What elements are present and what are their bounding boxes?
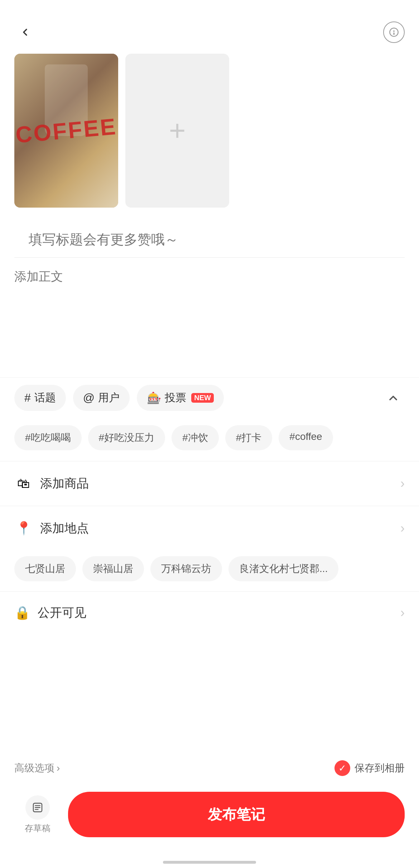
location-icon: 📍 (14, 519, 33, 538)
title-input-wrap (14, 222, 405, 258)
image-thumbnail[interactable]: COFFEE (14, 54, 118, 208)
tag-chip[interactable]: #coffee (279, 425, 333, 450)
home-bar (163, 861, 256, 864)
coffee-text: COFFEE (15, 113, 118, 148)
chevron-right-icon: › (400, 521, 405, 536)
header (0, 0, 419, 54)
collapse-button[interactable] (382, 387, 405, 409)
new-badge: NEW (191, 393, 214, 403)
add-product-row[interactable]: 🛍 添加商品 › (0, 461, 419, 506)
draft-button[interactable]: 存草稿 (14, 795, 61, 834)
topic-label: 话题 (34, 391, 56, 405)
body-input[interactable] (14, 268, 405, 369)
chevron-right-icon: › (400, 476, 405, 491)
save-album-label: 保存到相册 (355, 761, 405, 775)
at-icon: @ (83, 391, 95, 404)
topic-button[interactable]: # 话题 (14, 385, 66, 411)
draft-icon (25, 795, 50, 820)
add-location-row[interactable]: 📍 添加地点 › (0, 506, 419, 551)
action-bar: 存草稿 发布笔记 (0, 785, 419, 855)
location-chip[interactable]: 七贤山居 (14, 556, 76, 581)
title-input[interactable] (29, 222, 390, 257)
location-chip[interactable]: 崇福山居 (82, 556, 144, 581)
vote-label: 投票 (165, 391, 186, 405)
chevron-right-small-icon: › (57, 762, 60, 774)
tag-chip[interactable]: #冲饮 (172, 425, 219, 450)
chevron-right-icon: › (400, 605, 405, 620)
user-button[interactable]: @ 用户 (73, 385, 130, 411)
add-location-label: 添加地点 (40, 520, 400, 537)
bottom-options: 高级选项 › ✓ 保存到相册 (0, 752, 419, 785)
location-chip[interactable]: 良渚文化村七贤郡... (228, 556, 338, 581)
visibility-label: 公开可见 (38, 605, 400, 621)
check-icon: ✓ (334, 760, 350, 776)
location-chips: 七贤山居 崇福山居 万科锦云坊 良渚文化村七贤郡... (0, 551, 419, 591)
back-button[interactable] (14, 21, 36, 43)
plus-icon: + (169, 116, 186, 145)
advanced-label: 高级选项 (14, 761, 54, 775)
publish-button[interactable]: 发布笔记 (68, 792, 405, 837)
save-album-toggle[interactable]: ✓ 保存到相册 (334, 760, 405, 776)
toolbar: # 话题 @ 用户 🎰 投票 NEW (0, 377, 419, 418)
tag-chip[interactable]: #好吃没压力 (88, 425, 165, 450)
user-label: 用户 (98, 391, 120, 405)
vote-icon: 🎰 (147, 391, 161, 405)
advanced-options-link[interactable]: 高级选项 › (14, 761, 60, 775)
tag-chip[interactable]: #打卡 (225, 425, 273, 450)
add-image-button[interactable]: + (125, 54, 229, 208)
location-chip[interactable]: 万科锦云坊 (150, 556, 222, 581)
image-row: COFFEE + (0, 54, 419, 208)
svg-point-2 (394, 34, 394, 34)
tag-chip[interactable]: #吃吃喝喝 (14, 425, 82, 450)
home-indicator (0, 855, 419, 868)
hash-icon: # (24, 391, 31, 404)
body-input-wrap (0, 261, 419, 377)
tags-row: #吃吃喝喝 #好吃没压力 #冲饮 #打卡 #coffee (0, 418, 419, 461)
vote-button[interactable]: 🎰 投票 NEW (137, 385, 224, 411)
product-icon: 🛍 (14, 474, 33, 493)
add-product-label: 添加商品 (40, 475, 400, 492)
lock-icon: 🔒 (14, 605, 30, 620)
draft-label: 存草稿 (25, 823, 50, 834)
visibility-row[interactable]: 🔒 公开可见 › (0, 591, 419, 634)
report-button[interactable] (383, 21, 405, 43)
